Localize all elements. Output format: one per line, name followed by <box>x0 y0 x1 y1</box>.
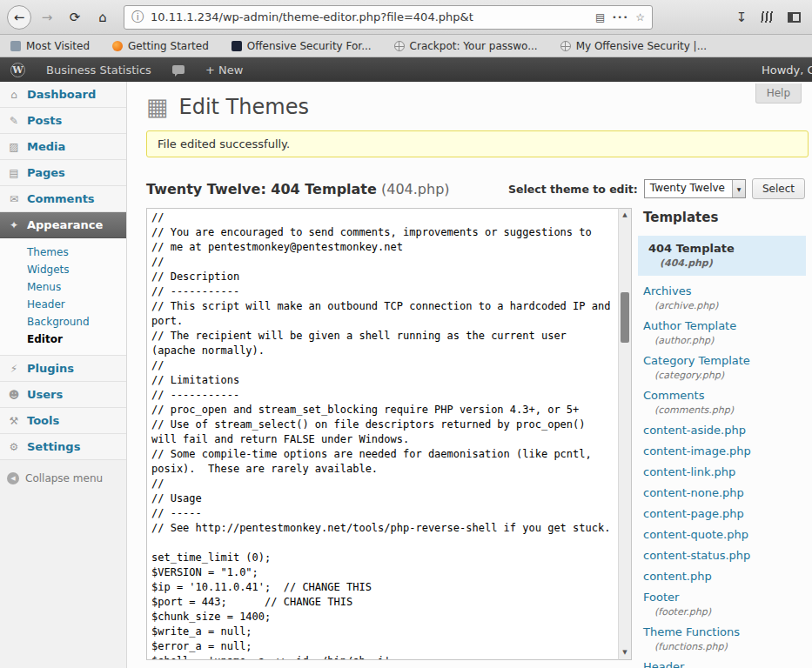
comments-shortcut[interactable] <box>162 57 195 82</box>
wp-logo-menu[interactable]: W <box>0 57 36 82</box>
templates-heading: Templates <box>643 210 806 225</box>
menu-users[interactable]: ☻ Users <box>0 382 126 408</box>
template-link[interactable]: Theme Functions <box>643 625 806 638</box>
scroll-down-icon[interactable]: ▼ <box>619 647 631 658</box>
template-item-content-image[interactable]: content-image.php <box>643 444 806 458</box>
submenu-editor[interactable]: Editor <box>0 331 126 348</box>
main-content: Help ▦ Edit Themes File edited successfu… <box>127 82 812 668</box>
comment-bubble-icon <box>172 65 185 74</box>
template-item-content-php[interactable]: content.php <box>643 570 806 583</box>
template-filename: (404.php) <box>648 257 801 269</box>
site-name-menu[interactable]: Business Statistics <box>36 57 162 82</box>
template-link[interactable]: content-link.php <box>643 465 806 478</box>
template-item-404[interactable]: 404 Template(404.php) <box>638 236 806 276</box>
bookmark-offensive-security-forums[interactable]: Offensive Security For... <box>232 40 372 52</box>
menu-dashboard[interactable]: ⌂ Dashboard <box>0 82 126 108</box>
menu-tools[interactable]: ⚒ Tools <box>0 408 126 434</box>
globe-icon <box>394 41 405 51</box>
template-link[interactable]: content-quote.php <box>643 528 806 541</box>
collapse-menu-button[interactable]: ◀ Collapse menu <box>0 472 126 484</box>
theme-select[interactable]: Twenty Twelve ▼ <box>644 179 746 198</box>
template-link[interactable]: content-image.php <box>643 444 806 458</box>
template-link[interactable]: Author Template <box>643 319 806 332</box>
submenu-background[interactable]: Background <box>0 313 126 331</box>
template-link[interactable]: content-status.php <box>643 549 806 562</box>
submenu-header[interactable]: Header <box>0 296 126 313</box>
bookmark-label: Crackpot: Your passwo... <box>410 40 538 52</box>
menu-appearance[interactable]: ✦ Appearance <box>0 212 126 238</box>
menu-pages[interactable]: ▤ Pages <box>0 160 126 186</box>
site-info-icon[interactable]: ⓘ <box>131 10 144 25</box>
reload-button[interactable]: ⟳ <box>63 5 87 30</box>
template-filename: (category.php) <box>643 370 806 381</box>
menu-label: Users <box>27 388 63 401</box>
template-item-content-status[interactable]: content-status.php <box>643 549 806 562</box>
menu-plugins[interactable]: ⚡ Plugins <box>0 356 126 382</box>
submenu-themes[interactable]: Themes <box>0 244 126 261</box>
browser-toolbar: ← → ⟳ ⌂ ⓘ 10.11.1.234/wp-admin/theme-edi… <box>0 0 812 35</box>
howdy-account-menu[interactable]: Howdy, Core <box>762 57 812 82</box>
home-button[interactable]: ⌂ <box>91 5 115 30</box>
menu-settings[interactable]: ⚙ Settings <box>0 434 126 460</box>
scrollbar-thumb[interactable] <box>621 292 629 343</box>
file-heading-text: Twenty Twelve: 404 Template <box>146 181 377 197</box>
url-bar[interactable]: ⓘ 10.11.1.234/wp-admin/theme-editor.php?… <box>124 5 653 30</box>
help-button[interactable]: Help <box>755 84 802 104</box>
reader-mode-icon[interactable]: ▤ <box>595 11 605 23</box>
bookmark-star-icon[interactable]: ☆ <box>635 11 645 23</box>
forward-icon: → <box>42 10 53 25</box>
template-link[interactable]: Category Template <box>643 354 806 367</box>
template-link[interactable]: Archives <box>643 284 806 297</box>
template-item-comments[interactable]: Comments(comments.php) <box>643 389 806 416</box>
forward-button[interactable]: → <box>35 5 59 30</box>
template-link[interactable]: content-page.php <box>643 507 806 520</box>
downloads-button[interactable]: ↧ <box>730 6 753 29</box>
collapse-arrow-icon: ◀ <box>7 472 19 484</box>
templates-panel: Templates 404 Template(404.php) Archives… <box>632 208 811 668</box>
scroll-up-icon[interactable]: ▲ <box>619 210 631 221</box>
back-button[interactable]: ← <box>7 5 31 30</box>
template-item-content-none[interactable]: content-none.php <box>643 486 806 499</box>
sidebars-button[interactable] <box>782 6 805 29</box>
url-text[interactable]: 10.11.1.234/wp-admin/theme-editor.php?fi… <box>151 10 588 23</box>
select-theme-button[interactable]: Select <box>752 178 805 199</box>
howdy-label: Howdy, Core <box>762 63 812 77</box>
template-item-author[interactable]: Author Template(author.php) <box>643 319 806 346</box>
template-link[interactable]: content-aside.php <box>643 424 806 437</box>
submenu-widgets[interactable]: Widgets <box>0 261 126 278</box>
select-dropdown-arrow-icon: ▼ <box>732 180 745 197</box>
bookmark-my-offensive-security[interactable]: My Offensive Security |... <box>560 40 707 52</box>
template-link[interactable]: Comments <box>643 389 806 402</box>
template-link[interactable]: 404 Template <box>648 242 801 255</box>
template-link[interactable]: Footer <box>643 591 806 604</box>
menu-posts[interactable]: ✎ Posts <box>0 108 126 134</box>
page-actions-icon[interactable]: ••• <box>612 13 628 22</box>
template-item-archives[interactable]: Archives(archive.php) <box>643 284 806 311</box>
appearance-icon: ✦ <box>7 219 21 231</box>
editor-scrollbar[interactable]: ▲ ▼ <box>618 208 632 660</box>
bookmark-most-visited[interactable]: Most Visited <box>10 40 90 52</box>
new-content-menu[interactable]: + New <box>195 57 253 82</box>
library-button[interactable] <box>756 6 779 29</box>
code-textarea[interactable]: // // You are encouraged to send comment… <box>146 208 618 660</box>
template-filename: (archive.php) <box>643 300 806 311</box>
template-item-footer[interactable]: Footer(footer.php) <box>643 591 806 618</box>
template-link[interactable]: Header <box>643 660 806 668</box>
menu-media[interactable]: ▨ Media <box>0 134 126 160</box>
template-item-category[interactable]: Category Template(category.php) <box>643 354 806 381</box>
menu-comments[interactable]: ✉ Comments <box>0 186 126 212</box>
comments-icon: ✉ <box>7 193 21 205</box>
template-item-header[interactable]: Header(header.php) <box>643 660 806 668</box>
bookmark-crackpot[interactable]: Crackpot: Your passwo... <box>394 40 538 52</box>
template-link[interactable]: content.php <box>643 570 806 583</box>
template-item-content-aside[interactable]: content-aside.php <box>643 424 806 437</box>
template-link[interactable]: content-none.php <box>643 486 806 499</box>
template-item-content-page[interactable]: content-page.php <box>643 507 806 520</box>
template-item-content-link[interactable]: content-link.php <box>643 465 806 478</box>
template-item-functions[interactable]: Theme Functions(functions.php) <box>643 625 806 652</box>
template-item-content-quote[interactable]: content-quote.php <box>643 528 806 541</box>
bookmark-getting-started[interactable]: Getting Started <box>112 40 209 52</box>
submenu-menus[interactable]: Menus <box>0 278 126 296</box>
new-label: + New <box>205 63 243 77</box>
posts-icon: ✎ <box>7 115 21 127</box>
